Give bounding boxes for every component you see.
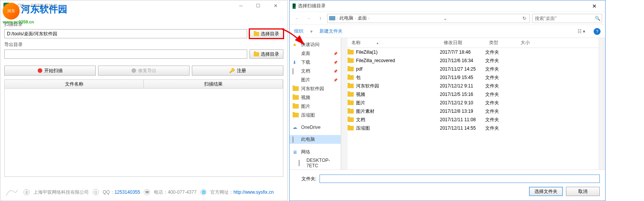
breadcrumb-segment[interactable]: 此电脑 [339, 15, 353, 21]
file-date: 2017/11/27 14:25 [440, 66, 485, 72]
select-folder-button[interactable]: 选择文件夹 [529, 187, 563, 196]
breadcrumb-segment[interactable]: 桌面 [358, 15, 367, 21]
folder-picker-dialog: P 选择扫描目录 ✕ ← → ↑ › 此电脑 › 桌面 › ⌄ ↻ 🔍 组织▾ … [289, 0, 606, 201]
tree-item[interactable]: 此电脑 [290, 135, 341, 144]
star-icon: ★ [293, 42, 299, 48]
file-list[interactable]: FileZilla(1)2017/7/7 18:46文件夹FileZilla_r… [348, 48, 599, 170]
view-options-button[interactable]: ☷ ▾ [576, 28, 587, 35]
phone-icon: ☎ [144, 189, 150, 195]
tree-item-label: 桌面 [301, 50, 310, 57]
file-name: 图片素材 [356, 108, 374, 115]
tree-item[interactable]: ★快速访问 [290, 40, 341, 49]
address-bar[interactable]: › 此电脑 › 桌面 › ⌄ ↻ [327, 14, 530, 23]
nav-tree[interactable]: ★快速访问桌面📌⬇下载📌文档📌图片📌河东软件园视频图片压缩图☁OneDrive此… [290, 38, 341, 170]
tree-item[interactable]: 视频 [290, 93, 341, 102]
col-size-header[interactable]: 大小 [517, 40, 547, 46]
file-row[interactable]: 文档2017/12/11 11:08文件夹 [348, 115, 599, 124]
file-row[interactable]: 图片素材2017/12/8 13:19文件夹 [348, 107, 599, 115]
search-input[interactable] [535, 16, 592, 21]
organize-menu[interactable]: 组织 [294, 28, 303, 35]
pin-icon: 📌 [333, 78, 338, 82]
file-list-header: 名称▲ 修改日期 类型 大小 [348, 38, 599, 48]
file-type: 文件夹 [485, 66, 517, 72]
tree-scrollbar[interactable] [341, 38, 348, 170]
app-icon: P [3, 3, 10, 9]
col-type-header[interactable]: 类型 [485, 40, 517, 46]
tree-item-label: OneDrive [301, 125, 321, 130]
help-button[interactable]: ? [594, 28, 601, 35]
nav-up-button[interactable]: ↑ [316, 14, 325, 23]
file-scrollbar[interactable] [599, 38, 605, 170]
file-row[interactable]: 图片2017/12/12 9:10文件夹 [348, 99, 599, 107]
file-name: 视频 [356, 91, 365, 98]
file-row[interactable]: 压缩图2017/12/11 14:55文件夹 [348, 124, 599, 132]
qq-link[interactable]: 1253140355 [115, 189, 140, 195]
results-table-header: 文件名称 扫描结果 [4, 79, 283, 89]
export-dir-label: 导出目录 [4, 41, 283, 48]
tree-item[interactable]: 压缩图 [290, 111, 341, 120]
col-name-header[interactable]: 名称▲ [348, 40, 440, 46]
folder-icon [293, 86, 299, 92]
tree-item[interactable]: ☁OneDrive [290, 124, 341, 131]
file-type: 文件夹 [485, 125, 517, 132]
file-name: 河东软件园 [356, 83, 379, 89]
folder-icon [348, 67, 354, 71]
tree-item[interactable]: 图片 [290, 102, 341, 111]
export-icon [131, 68, 136, 73]
search-box[interactable]: 🔍 [532, 14, 602, 23]
tree-item[interactable]: DESKTOP-7ETC [290, 157, 341, 170]
tree-item[interactable]: 河东软件园 [290, 84, 341, 93]
pin-icon: 📌 [333, 69, 338, 73]
file-name: 文档 [356, 117, 365, 123]
scan-dir-input[interactable] [4, 29, 247, 38]
folder-name-label: 文件夹: [295, 176, 316, 182]
tree-item[interactable]: 🖥网络 [290, 148, 341, 157]
file-date: 2017/12/11 14:55 [440, 125, 485, 131]
file-row[interactable]: 视频2017/12/5 15:16文件夹 [348, 90, 599, 99]
col-scanresult[interactable]: 扫描结果 [144, 80, 283, 88]
download-icon: ⬇ [293, 60, 299, 65]
tree-item-label: 视频 [301, 94, 310, 101]
folder-name-input[interactable] [320, 175, 600, 183]
address-dropdown-button[interactable]: ⌄ [442, 16, 449, 21]
app-icon: P [293, 3, 296, 9]
folder-icon [348, 109, 354, 114]
dialog-close-button[interactable]: ✕ [587, 1, 602, 12]
file-row[interactable]: 包2017/11/9 15:45文件夹 [348, 73, 599, 82]
folder-icon [348, 75, 354, 80]
company-logo-icon [4, 186, 20, 198]
file-row[interactable]: 河东软件园2017/12/12 9:11文件夹 [348, 82, 599, 90]
start-scan-button[interactable]: 开始扫描 [4, 66, 96, 76]
maximize-button[interactable]: ☐ [250, 0, 267, 11]
col-date-header[interactable]: 修改日期 [440, 40, 485, 46]
file-row[interactable]: pdf2017/11/27 14:25文件夹 [348, 65, 599, 73]
export-dir-input[interactable] [4, 49, 247, 59]
folder-icon [293, 113, 299, 118]
col-filename[interactable]: 文件名称 [5, 80, 144, 88]
file-row[interactable]: FileZilla_recovered2017/12/6 16:34文件夹 [348, 56, 599, 65]
nav-back-button[interactable]: ← [293, 14, 302, 23]
repair-export-button[interactable]: 修复导出 [98, 66, 190, 76]
tree-item-label: 图片 [301, 103, 310, 110]
tree-item[interactable]: 文档📌 [290, 67, 341, 76]
refresh-button[interactable]: ↻ [521, 16, 528, 21]
scan-dir-browse-button[interactable]: 选择目录 [250, 29, 283, 38]
folder-icon [254, 52, 259, 56]
folder-icon [348, 84, 354, 88]
export-dir-browse-button[interactable]: 选择目录 [250, 49, 283, 59]
chevron-right-icon: › [368, 16, 369, 20]
minimize-button[interactable]: ─ [232, 0, 250, 11]
nav-forward-button[interactable]: → [304, 14, 313, 23]
cancel-button[interactable]: 取消 [566, 187, 600, 196]
pin-icon: 📌 [333, 52, 338, 56]
tree-item[interactable]: ⬇下载📌 [290, 58, 341, 67]
new-folder-button[interactable]: 新建文件夹 [320, 28, 343, 35]
tree-item[interactable]: 图片📌 [290, 76, 341, 84]
register-button[interactable]: 🔑 注册 [192, 66, 283, 76]
pc-icon [299, 160, 304, 166]
tree-item-label: 河东软件园 [301, 86, 324, 92]
tree-item[interactable]: 桌面📌 [290, 49, 341, 58]
file-row[interactable]: FileZilla(1)2017/7/7 18:46文件夹 [348, 48, 599, 56]
close-button[interactable]: ✕ [267, 0, 284, 11]
site-link[interactable]: http://www.sysfix.cn [233, 189, 274, 195]
